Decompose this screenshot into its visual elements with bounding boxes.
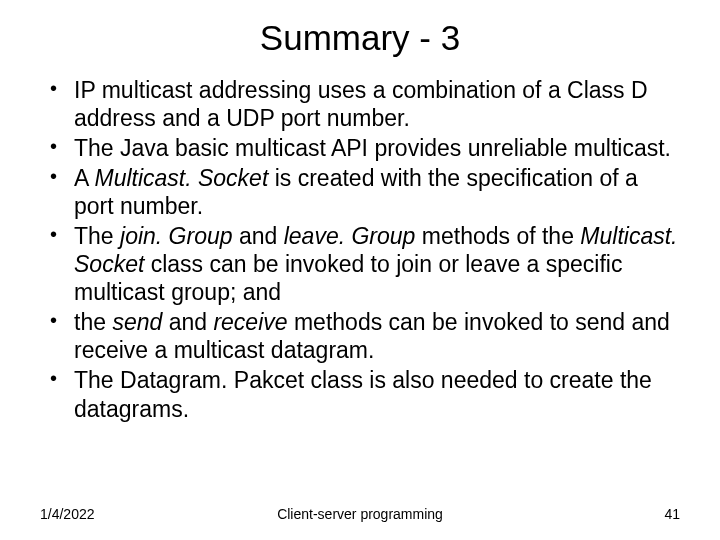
list-item: The join. Group and leave. Group methods… [40,222,680,306]
italic-term: send [112,309,162,335]
bullet-text: The [74,223,120,249]
italic-term: receive [213,309,287,335]
slide-title: Summary - 3 [0,0,720,76]
bullet-text: and [233,223,284,249]
list-item: A Multicast. Socket is created with the … [40,164,680,220]
bullet-text: The Datagram. Pakcet class is also neede… [74,367,652,421]
slide-body: IP multicast addressing uses a combinati… [0,76,720,423]
italic-term: leave. Group [284,223,416,249]
italic-term: join. Group [120,223,233,249]
list-item: The Datagram. Pakcet class is also neede… [40,366,680,422]
list-item: the send and receive methods can be invo… [40,308,680,364]
bullet-text: methods of the [415,223,580,249]
slide: Summary - 3 IP multicast addressing uses… [0,0,720,540]
bullet-text: class can be invoked to join or leave a … [74,251,622,305]
bullet-list: IP multicast addressing uses a combinati… [40,76,680,423]
bullet-text: the [74,309,112,335]
list-item: IP multicast addressing uses a combinati… [40,76,680,132]
list-item: The Java basic multicast API provides un… [40,134,680,162]
bullet-text: and [162,309,213,335]
footer-title: Client-server programming [0,506,720,522]
italic-term: Multicast. Socket [94,165,268,191]
slide-footer: 1/4/2022 Client-server programming 41 [0,506,720,522]
bullet-text: IP multicast addressing uses a combinati… [74,77,648,131]
bullet-text: A [74,165,94,191]
bullet-text: The Java basic multicast API provides un… [74,135,671,161]
